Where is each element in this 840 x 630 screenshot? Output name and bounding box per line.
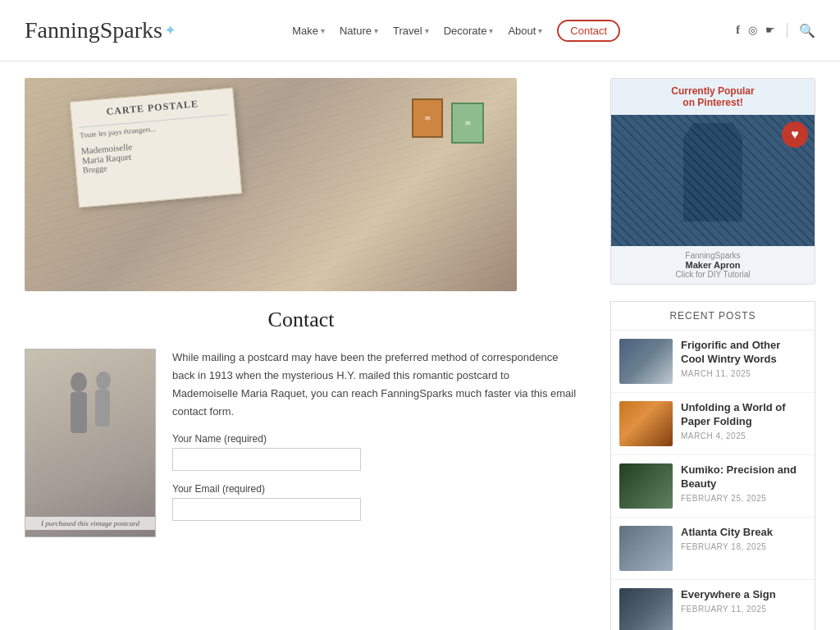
contact-body: While mailing a postcard may have been t… <box>172 349 578 421</box>
nav-nature-chevron: ▾ <box>374 26 378 35</box>
nav-about-chevron: ▾ <box>538 26 542 35</box>
sidebar: Currently Popular on Pinterest! ♥ Fannin… <box>602 78 815 630</box>
nav-contact[interactable]: Contact <box>557 20 620 42</box>
post-thumbnail <box>619 339 673 384</box>
nav-decorate-label: Decorate <box>444 25 487 37</box>
logo-star-icon: ✦ <box>164 21 176 39</box>
post-info: Frigorific and Other Cool Wintry Words M… <box>681 339 806 378</box>
post-date: FEBRUARY 25, 2025 <box>681 494 806 503</box>
page-title: Contact <box>25 308 578 332</box>
svg-point-0 <box>71 372 87 392</box>
pinterest-card-image: ♥ <box>611 115 815 246</box>
pinterest-cta: Click for DIY Tutorial <box>619 270 806 279</box>
vintage-photo-inner: I purchased this vintage postcard <box>25 349 155 536</box>
pinterest-heart-icon[interactable]: ♥ <box>782 121 808 148</box>
couple-silhouette <box>58 366 124 472</box>
nav-decorate[interactable]: Decorate ▾ <box>444 25 494 37</box>
pinterest-card[interactable]: Currently Popular on Pinterest! ♥ Fannin… <box>610 78 815 285</box>
instagram-icon[interactable]: ◎ <box>748 24 757 37</box>
header: FanningSparks ✦ Make ▾ Nature ▾ Travel ▾… <box>0 0 840 62</box>
post-title: Frigorific and Other Cool Wintry Words <box>681 339 806 367</box>
nav-make-chevron: ▾ <box>321 26 325 35</box>
email-field-group: Your Email (required) <box>172 483 578 521</box>
nav-about[interactable]: About ▾ <box>508 25 542 37</box>
nav-make-label: Make <box>292 25 318 37</box>
photo-caption: I purchased this vintage postcard <box>25 517 155 530</box>
post-date: FEBRUARY 18, 2025 <box>681 542 806 551</box>
pinterest-icon[interactable]: ☛ <box>765 24 775 37</box>
post-thumbnail <box>619 588 673 630</box>
post-title: Atlanta City Break <box>681 526 806 540</box>
postcard-lines: Toute les pays étrangers... Mademoiselle… <box>79 114 231 175</box>
content-area: CARTE POSTALE Toute les pays étrangers..… <box>0 62 840 630</box>
stamp1: ✉ <box>451 103 484 144</box>
name-label: Your Name (required) <box>172 433 578 445</box>
search-icon[interactable]: 🔍 <box>799 23 815 39</box>
icon-divider <box>787 23 788 38</box>
post-info: Atlanta City Break FEBRUARY 18, 2025 <box>681 526 806 551</box>
post-title: Kumiko: Precision and Beauty <box>681 463 806 491</box>
pinterest-card-footer: FanningSparks Maker Apron Click for DIY … <box>611 246 815 284</box>
nav-nature[interactable]: Nature ▾ <box>340 25 378 37</box>
nav-travel[interactable]: Travel ▾ <box>393 25 429 37</box>
nav-make[interactable]: Make ▾ <box>292 25 325 37</box>
vintage-photo: I purchased this vintage postcard <box>25 349 156 537</box>
apron-shape <box>680 123 746 221</box>
contact-form-area: While mailing a postcard may have been t… <box>172 349 578 537</box>
site-logo[interactable]: FanningSparks ✦ <box>25 17 176 43</box>
post-info: Kumiko: Precision and Beauty FEBRUARY 25… <box>681 463 806 503</box>
nav-decorate-chevron: ▾ <box>489 26 493 35</box>
list-item[interactable]: Unfolding a World of Paper Folding MARCH… <box>611 393 815 455</box>
post-info: Everywhere a Sign FEBRUARY 11, 2025 <box>681 588 806 614</box>
post-thumbnail <box>619 401 673 446</box>
recent-posts-header: RECENT POSTS <box>611 302 815 331</box>
list-item[interactable]: Everywhere a Sign FEBRUARY 11, 2025 <box>611 580 815 630</box>
contact-section: I purchased this vintage postcard While … <box>25 349 578 537</box>
logo-text: FanningSparks <box>25 17 162 43</box>
post-date: FEBRUARY 11, 2025 <box>681 605 806 614</box>
post-info: Unfolding a World of Paper Folding MARCH… <box>681 401 806 441</box>
post-thumbnail <box>619 463 673 509</box>
svg-rect-1 <box>71 392 87 433</box>
post-title: Everywhere a Sign <box>681 588 806 602</box>
main-nav: Make ▾ Nature ▾ Travel ▾ Decorate ▾ Abou… <box>292 20 620 42</box>
pinterest-card-header: Currently Popular on Pinterest! <box>611 79 815 115</box>
facebook-icon[interactable]: f <box>736 24 740 37</box>
nav-travel-chevron: ▾ <box>425 26 429 35</box>
list-item[interactable]: Frigorific and Other Cool Wintry Words M… <box>611 331 815 393</box>
list-item[interactable]: Kumiko: Precision and Beauty FEBRUARY 25… <box>611 455 815 518</box>
name-input[interactable] <box>172 448 361 471</box>
pinterest-header-line2: on Pinterest! <box>619 97 806 108</box>
main-content: CARTE POSTALE Toute les pays étrangers..… <box>25 78 602 630</box>
stamp2: ✉ <box>412 98 443 138</box>
nav-travel-label: Travel <box>393 25 422 37</box>
hero-image-inner: CARTE POSTALE Toute les pays étrangers..… <box>25 78 517 291</box>
name-field-group: Your Name (required) <box>172 433 578 471</box>
post-title: Unfolding a World of Paper Folding <box>681 401 806 429</box>
svg-point-2 <box>96 372 111 390</box>
email-input[interactable] <box>172 498 361 521</box>
pinterest-product-name: Maker Apron <box>619 260 806 270</box>
post-date: MARCH 11, 2025 <box>681 369 806 378</box>
pinterest-header-line1: Currently Popular <box>619 85 806 97</box>
nav-nature-label: Nature <box>340 25 372 37</box>
recent-posts-box: RECENT POSTS Frigorific and Other Cool W… <box>610 301 815 630</box>
post-date: MARCH 4, 2025 <box>681 431 806 441</box>
hero-image: CARTE POSTALE Toute les pays étrangers..… <box>25 78 517 291</box>
postcard-overlay: CARTE POSTALE Toute les pays étrangers..… <box>70 88 243 208</box>
post-thumbnail <box>619 526 673 571</box>
nav-contact-label: Contact <box>570 25 607 37</box>
nav-about-label: About <box>508 25 536 37</box>
email-label: Your Email (required) <box>172 483 578 495</box>
social-icons: f ◎ ☛ 🔍 <box>736 23 815 39</box>
list-item[interactable]: Atlanta City Break FEBRUARY 18, 2025 <box>611 518 815 580</box>
pinterest-brand: FanningSparks <box>619 251 806 260</box>
svg-rect-3 <box>95 390 110 427</box>
